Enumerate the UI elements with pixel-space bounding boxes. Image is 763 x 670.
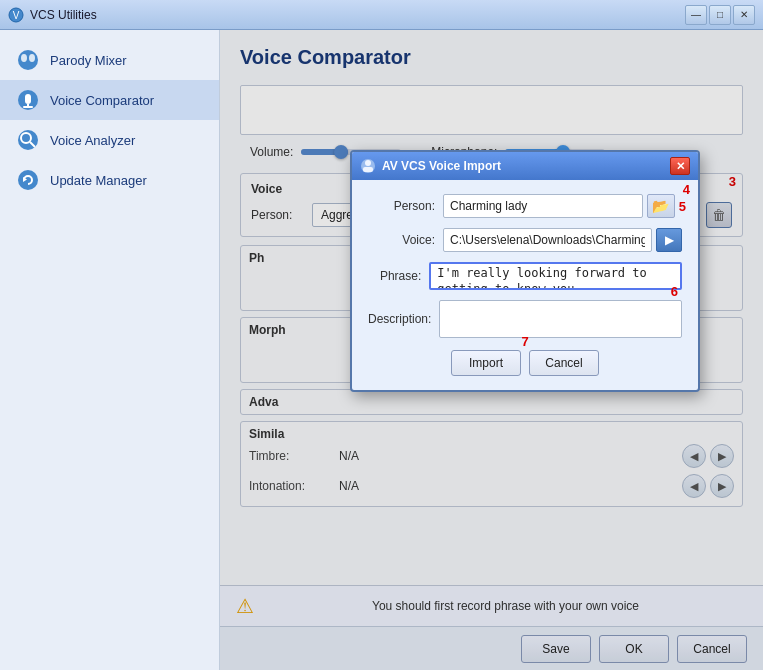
title-bar-left: V VCS Utilities: [8, 7, 97, 23]
modal-person-label: Person:: [368, 199, 443, 213]
annotation-6: 6: [671, 284, 678, 299]
modal-description-input[interactable]: [439, 300, 682, 338]
svg-point-15: [365, 160, 371, 166]
annotation-5: 5: [679, 199, 686, 214]
maximize-button[interactable]: □: [709, 5, 731, 25]
update-manager-label: Update Manager: [50, 173, 147, 188]
modal-phrase-row: Phrase: 6: [368, 262, 682, 290]
modal-close-button[interactable]: ✕: [670, 157, 690, 175]
modal-title-left: AV VCS Voice Import: [360, 158, 501, 174]
modal-person-input[interactable]: [443, 194, 643, 218]
modal-title-text: AV VCS Voice Import: [382, 159, 501, 173]
modal-description-label: Description:: [368, 312, 439, 326]
sidebar: Parody Mixer Voice Comparator: [0, 30, 220, 670]
svg-point-2: [18, 50, 38, 70]
main-layout: Parody Mixer Voice Comparator: [0, 30, 763, 670]
modal-voice-input-group: ▶: [443, 228, 682, 252]
modal-title-bar: AV VCS Voice Import ✕: [352, 152, 698, 180]
annotation-4: 4: [683, 182, 690, 197]
sidebar-item-parody-mixer[interactable]: Parody Mixer: [0, 40, 219, 80]
svg-point-4: [29, 54, 35, 62]
svg-rect-16: [363, 167, 373, 172]
modal-voice-play-button[interactable]: ▶: [656, 228, 682, 252]
modal-description-row: Description:: [368, 300, 682, 338]
svg-rect-8: [23, 106, 33, 108]
modal-voice-input[interactable]: [443, 228, 652, 252]
title-bar-controls: — □ ✕: [685, 5, 755, 25]
svg-point-12: [18, 170, 38, 190]
modal-person-input-group: 📂: [443, 194, 675, 218]
parody-mixer-icon: [16, 48, 40, 72]
modal-person-row: Person: 📂 5: [368, 194, 682, 218]
modal-voice-row: Voice: ▶: [368, 228, 682, 252]
modal-title-icon: [360, 158, 376, 174]
modal-overlay: AV VCS Voice Import ✕ 4 Person: 📂: [220, 30, 763, 670]
modal-phrase-label: Phrase:: [368, 269, 429, 283]
minimize-button[interactable]: —: [685, 5, 707, 25]
annotation-7: 7: [521, 334, 528, 349]
svg-rect-6: [25, 94, 31, 104]
sidebar-item-voice-comparator[interactable]: Voice Comparator: [0, 80, 219, 120]
app-title: VCS Utilities: [30, 8, 97, 22]
content-area: Voice Comparator Volume: Microphone:: [220, 30, 763, 670]
modal-person-load-button[interactable]: 📂: [647, 194, 675, 218]
voice-import-modal: AV VCS Voice Import ✕ 4 Person: 📂: [350, 150, 700, 392]
sidebar-item-update-manager[interactable]: Update Manager: [0, 160, 219, 200]
app-icon: V: [8, 7, 24, 23]
close-button[interactable]: ✕: [733, 5, 755, 25]
modal-phrase-input[interactable]: [429, 262, 682, 290]
voice-comparator-icon: [16, 88, 40, 112]
voice-analyzer-icon: [16, 128, 40, 152]
modal-cancel-button[interactable]: Cancel: [529, 350, 599, 376]
update-manager-icon: [16, 168, 40, 192]
modal-body: 4 Person: 📂 5 Voice:: [352, 180, 698, 390]
voice-analyzer-label: Voice Analyzer: [50, 133, 135, 148]
title-bar: V VCS Utilities — □ ✕: [0, 0, 763, 30]
svg-point-3: [21, 54, 27, 62]
modal-voice-label: Voice:: [368, 233, 443, 247]
modal-import-button[interactable]: Import: [451, 350, 521, 376]
parody-mixer-label: Parody Mixer: [50, 53, 127, 68]
modal-buttons: 7 Import Cancel: [368, 350, 682, 376]
voice-comparator-label: Voice Comparator: [50, 93, 154, 108]
sidebar-item-voice-analyzer[interactable]: Voice Analyzer: [0, 120, 219, 160]
svg-text:V: V: [13, 10, 20, 21]
